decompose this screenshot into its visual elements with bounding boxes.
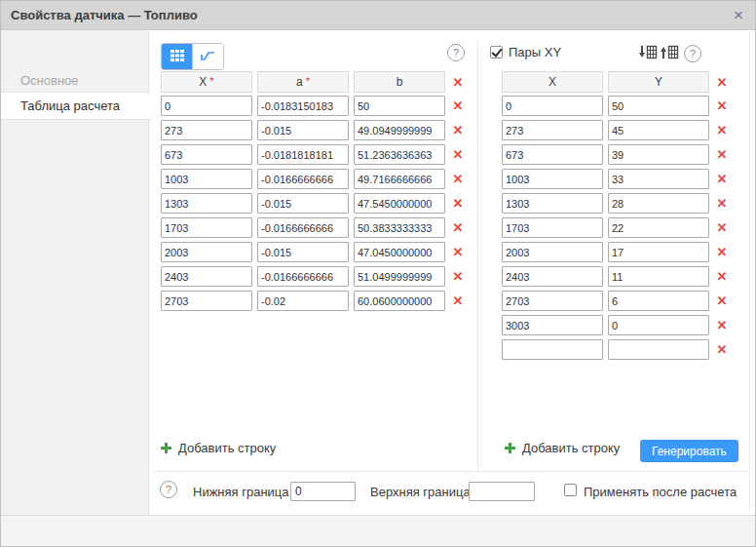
delete-row-icon[interactable]: ✕ xyxy=(450,217,466,238)
delete-row-icon[interactable]: ✕ xyxy=(714,96,730,116)
calc-table-b-input[interactable] xyxy=(354,193,445,214)
pairs-table-y-input[interactable] xyxy=(608,193,709,214)
delete-row-icon[interactable]: ✕ xyxy=(714,120,730,140)
calc-table-a-input[interactable] xyxy=(257,96,349,116)
pairs-table-x-input[interactable] xyxy=(502,315,603,335)
pairs-table-y-input[interactable] xyxy=(608,291,709,311)
delete-row-icon[interactable]: ✕ xyxy=(714,217,730,238)
required-asterisk: * xyxy=(306,75,310,87)
close-icon[interactable]: × xyxy=(734,1,743,29)
pairs-table-y-input[interactable] xyxy=(608,120,709,140)
delete-row-icon[interactable]: ✕ xyxy=(450,266,466,287)
sidebar-item-main[interactable]: Основное xyxy=(1,69,149,92)
pairs-xy-checkbox[interactable] xyxy=(490,46,503,59)
pairs-table-y-input[interactable] xyxy=(608,144,709,165)
calc-table-a-input[interactable] xyxy=(257,291,349,311)
delete-row-icon[interactable]: ✕ xyxy=(714,291,730,311)
pairs-table-y-input[interactable] xyxy=(608,266,709,287)
pairs-table-y-input[interactable] xyxy=(608,339,709,360)
pairs-table-x-input[interactable] xyxy=(502,217,603,238)
apply-after-calc-checkbox[interactable] xyxy=(564,484,577,496)
pairs-table-row: ✕ xyxy=(502,217,730,238)
pairs-table-x-input[interactable] xyxy=(502,144,603,165)
calc-table-x-input[interactable] xyxy=(161,291,252,311)
calc-table-a-input[interactable] xyxy=(257,242,349,262)
add-row-button-right[interactable]: Добавить строку xyxy=(505,441,620,455)
delete-row-icon[interactable]: ✕ xyxy=(714,339,730,360)
pairs-table-x-input[interactable] xyxy=(502,339,603,360)
sidebar-item-calc-table[interactable]: Таблица расчета xyxy=(1,92,150,120)
calc-table-row: ✕ xyxy=(161,291,466,311)
pairs-table-y-input[interactable] xyxy=(608,169,709,189)
column-header-b: b xyxy=(354,71,445,93)
pairs-table-x-input[interactable] xyxy=(502,266,603,287)
calc-table-x-input[interactable] xyxy=(161,193,252,214)
lower-bound-input[interactable] xyxy=(290,482,356,501)
pairs-table-x-input[interactable] xyxy=(502,169,603,189)
delete-row-icon[interactable]: ✕ xyxy=(714,144,730,165)
calc-table-a-input[interactable] xyxy=(257,193,349,214)
calc-table-b-input[interactable] xyxy=(354,291,445,311)
calc-table-b-input[interactable] xyxy=(354,120,445,140)
pairs-table-row: ✕ xyxy=(502,339,730,360)
help-icon-pairs[interactable]: ? xyxy=(684,45,701,62)
add-row-button-left[interactable]: Добавить строку xyxy=(161,441,276,455)
help-icon-bounds[interactable]: ? xyxy=(160,481,177,498)
pairs-table-x-input[interactable] xyxy=(502,96,603,116)
pairs-table-row: ✕ xyxy=(502,266,730,287)
arrow-up-from-table-icon[interactable] xyxy=(661,45,679,63)
calc-table-a-input[interactable] xyxy=(257,266,349,287)
delete-row-icon[interactable]: ✕ xyxy=(450,242,466,262)
pairs-table-x-input[interactable] xyxy=(502,193,603,214)
calc-table-x-input[interactable] xyxy=(161,120,252,140)
calc-table-a-input[interactable] xyxy=(257,120,349,140)
calc-table-b-input[interactable] xyxy=(354,217,445,238)
chart-view-button[interactable] xyxy=(192,44,223,69)
delete-row-icon[interactable]: ✕ xyxy=(714,193,730,214)
calc-table-x-input[interactable] xyxy=(161,96,252,116)
calc-table-b-input[interactable] xyxy=(354,266,445,287)
arrow-down-into-table-icon[interactable] xyxy=(639,45,658,63)
calc-table-x-input[interactable] xyxy=(161,266,252,287)
delete-column-icon[interactable]: ✕ xyxy=(714,72,730,93)
calc-table-b-input[interactable] xyxy=(354,169,445,189)
pairs-table-row: ✕ xyxy=(502,291,730,311)
delete-row-icon[interactable]: ✕ xyxy=(450,169,466,189)
calc-table-x-input[interactable] xyxy=(161,144,252,165)
calc-table-a-input[interactable] xyxy=(257,217,349,238)
apply-after-calc-label: Применять после расчета xyxy=(584,483,737,502)
delete-column-icon[interactable]: ✕ xyxy=(450,72,466,93)
pairs-table-y-input[interactable] xyxy=(608,96,709,116)
pairs-table-x-input[interactable] xyxy=(502,291,603,311)
delete-row-icon[interactable]: ✕ xyxy=(450,96,466,116)
pairs-table-x-input[interactable] xyxy=(502,120,603,140)
delete-row-icon[interactable]: ✕ xyxy=(450,193,466,214)
calc-table-x-input[interactable] xyxy=(161,217,252,238)
pairs-table-y-input[interactable] xyxy=(608,315,709,335)
calc-table-b-input[interactable] xyxy=(354,96,445,116)
delete-row-icon[interactable]: ✕ xyxy=(450,144,466,165)
delete-row-icon[interactable]: ✕ xyxy=(714,266,730,287)
table-view-button[interactable] xyxy=(162,44,192,69)
panel-divider xyxy=(477,40,478,471)
help-icon[interactable]: ? xyxy=(447,44,465,61)
calc-table-row: ✕ xyxy=(161,217,466,238)
calc-table-x-input[interactable] xyxy=(161,242,252,262)
delete-row-icon[interactable]: ✕ xyxy=(714,315,730,335)
delete-row-icon[interactable]: ✕ xyxy=(450,120,466,140)
generate-button[interactable]: Генерировать xyxy=(640,440,738,462)
upper-bound-input[interactable] xyxy=(469,482,535,501)
pairs-table: XY✕✕✕✕✕✕✕✕✕✕✕✕ xyxy=(502,71,730,364)
delete-row-icon[interactable]: ✕ xyxy=(450,291,466,311)
calc-table-x-input[interactable] xyxy=(161,169,252,189)
delete-row-icon[interactable]: ✕ xyxy=(714,242,730,262)
pairs-table-x-input[interactable] xyxy=(502,242,603,262)
calc-table-b-input[interactable] xyxy=(354,144,445,165)
pairs-table-y-input[interactable] xyxy=(608,242,709,262)
calc-table-a-input[interactable] xyxy=(257,169,349,189)
dialog-title: Свойства датчика — Топливо xyxy=(11,1,198,29)
delete-row-icon[interactable]: ✕ xyxy=(714,169,730,189)
calc-table-a-input[interactable] xyxy=(257,144,349,165)
pairs-table-y-input[interactable] xyxy=(608,217,709,238)
calc-table-b-input[interactable] xyxy=(354,242,445,262)
